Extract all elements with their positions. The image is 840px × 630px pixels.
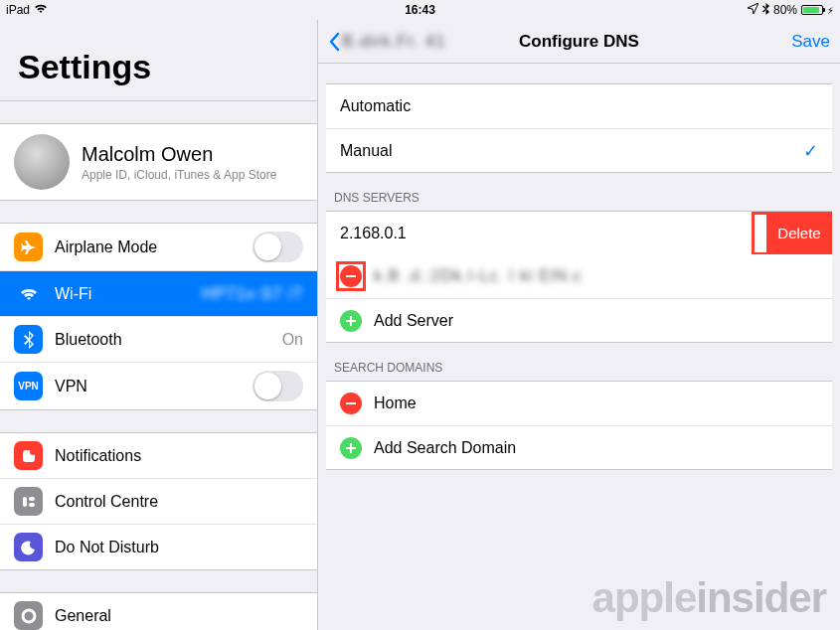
vpn-icon: VPN — [14, 372, 43, 400]
avatar — [14, 134, 70, 190]
device-label: iPad — [6, 3, 30, 17]
dns-server-value: k.B .d.:2Dk.I-Lc. I ki ElN.c — [374, 267, 818, 285]
sidebar-item-label: Do Not Disturb — [55, 539, 303, 556]
back-button[interactable]: B.dirk.Fr. 41 — [328, 32, 495, 52]
sidebar-item-general[interactable]: General — [0, 593, 317, 630]
wifi-network-value: HP71v-S7 /7 — [202, 285, 303, 303]
search-domains-header: SEARCH DOMAINS — [318, 343, 840, 381]
add-search-domain-label: Add Search Domain — [374, 439, 818, 457]
sidebar-item-label: VPN — [55, 378, 252, 395]
sidebar-item-label: Wi-Fi — [55, 285, 202, 303]
search-domains-group: Home Add Search Domain — [326, 381, 832, 470]
bluetooth-value: On — [282, 331, 303, 349]
status-bar: iPad 16:43 80% ⚡︎ — [0, 0, 840, 20]
detail-pane: B.dirk.Fr. 41 Configure DNS Save Automat… — [318, 20, 840, 630]
battery-percent: 80% — [773, 3, 797, 17]
airplane-icon — [14, 233, 43, 261]
remove-icon[interactable] — [340, 393, 362, 414]
add-icon[interactable] — [340, 437, 362, 459]
sidebar-item-notifications[interactable]: Notifications — [0, 433, 317, 478]
navbar: B.dirk.Fr. 41 Configure DNS Save — [318, 20, 840, 64]
mode-label: Automatic — [340, 97, 818, 115]
watermark: appleinsider — [592, 574, 826, 622]
dns-servers-group: k.B .d.:2Dk.I-Lc. I ki ElN.c Add Server — [326, 254, 832, 343]
svg-rect-12 — [346, 402, 356, 404]
user-subtitle: Apple ID, iCloud, iTunes & App Store — [82, 168, 276, 182]
sidebar-item-label: General — [55, 607, 303, 625]
sidebar-item-label: Airplane Mode — [55, 238, 252, 256]
search-domain-value: Home — [374, 394, 818, 412]
svg-rect-14 — [346, 447, 356, 449]
bluetooth-settings-icon — [14, 325, 43, 354]
sidebar-item-dnd[interactable]: Do Not Disturb — [0, 524, 317, 569]
sidebar-item-bluetooth[interactable]: Bluetooth On — [0, 316, 317, 362]
charging-icon: ⚡︎ — [827, 5, 834, 16]
sidebar-item-wifi[interactable]: Wi-Fi HP71v-S7 /7 — [0, 270, 317, 316]
sidebar-item-control-centre[interactable]: Control Centre — [0, 478, 317, 524]
battery-icon — [801, 5, 823, 15]
wifi-settings-icon — [14, 279, 43, 308]
svg-point-6 — [27, 614, 31, 618]
notifications-icon — [14, 441, 43, 470]
airplane-toggle[interactable] — [252, 232, 303, 262]
gear-icon — [14, 601, 43, 630]
svg-point-1 — [30, 449, 36, 455]
mode-manual[interactable]: Manual ✓ — [326, 128, 832, 172]
sidebar-item-label: Notifications — [55, 447, 303, 465]
dns-server-value: 2.168.0.1 — [326, 212, 766, 254]
sidebar-item-airplane[interactable]: Airplane Mode — [0, 224, 317, 270]
svg-rect-4 — [29, 503, 35, 507]
dns-mode-group: Automatic Manual ✓ — [326, 83, 832, 173]
checkmark-icon: ✓ — [803, 140, 818, 162]
sidebar-item-account[interactable]: Malcolm Owen Apple ID, iCloud, iTunes & … — [0, 124, 317, 200]
svg-rect-3 — [29, 497, 35, 501]
location-icon — [748, 3, 758, 17]
chevron-left-icon — [328, 32, 340, 52]
page-title: Settings — [0, 20, 317, 101]
dns-server-row[interactable]: k.B .d.:2Dk.I-Lc. I ki ElN.c — [326, 254, 832, 298]
add-search-domain-row[interactable]: Add Search Domain — [326, 425, 832, 469]
settings-sidebar: Settings Malcolm Owen Apple ID, iCloud, … — [0, 20, 318, 630]
control-centre-icon — [14, 487, 43, 516]
svg-rect-11 — [346, 320, 356, 322]
vpn-toggle[interactable] — [252, 371, 303, 401]
add-server-row[interactable]: Add Server — [326, 298, 832, 342]
sidebar-item-label: Control Centre — [55, 493, 303, 511]
wifi-icon — [34, 3, 48, 17]
navbar-title: Configure DNS — [495, 32, 662, 52]
svg-rect-2 — [23, 497, 27, 507]
save-button[interactable]: Save — [663, 32, 830, 52]
watermark-part: insider — [696, 574, 826, 621]
clock: 16:43 — [282, 3, 559, 17]
dns-server-row-swiped[interactable]: 2.168.0.1 Delete — [326, 211, 832, 254]
search-domain-row[interactable]: Home — [326, 382, 832, 425]
watermark-part: apple — [592, 574, 697, 621]
mode-automatic[interactable]: Automatic — [326, 84, 832, 128]
mode-label: Manual — [340, 142, 803, 160]
add-server-label: Add Server — [374, 312, 818, 330]
moon-icon — [14, 533, 43, 561]
bluetooth-icon — [762, 3, 769, 18]
svg-rect-9 — [346, 275, 356, 277]
delete-button[interactable]: Delete — [766, 212, 832, 254]
dns-servers-header: DNS SERVERS — [318, 173, 840, 211]
sidebar-item-vpn[interactable]: VPN VPN — [0, 362, 317, 409]
remove-icon[interactable] — [340, 265, 362, 287]
sidebar-item-label: Bluetooth — [55, 331, 282, 349]
back-label: B.dirk.Fr. 41 — [342, 32, 446, 52]
add-icon[interactable] — [340, 310, 362, 332]
user-name: Malcolm Owen — [82, 143, 276, 166]
